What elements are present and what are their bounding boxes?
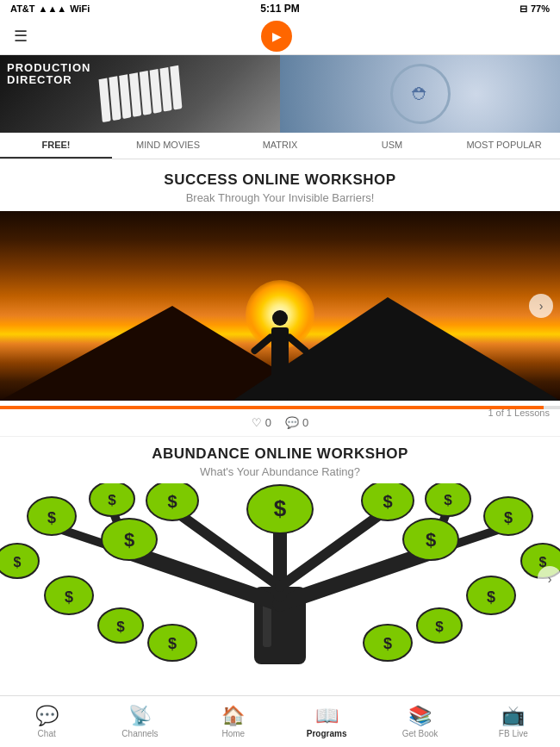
silhouette-leg-left xyxy=(272,375,280,401)
piano-keys-decoration xyxy=(98,65,182,122)
svg-line-2 xyxy=(129,552,280,604)
svg-text:$: $ xyxy=(168,635,177,652)
helmet-icon: ⛑ xyxy=(412,84,429,104)
svg-text:$: $ xyxy=(108,492,116,508)
bluetooth-icon: ⊟ xyxy=(520,3,527,15)
tab-mind-movies[interactable]: MIND MOVIES xyxy=(112,133,224,159)
status-bar: AT&T ▲▲▲ WiFi 5:11 PM ⊟ 77% xyxy=(0,0,560,17)
money-tree-illustration: $ $ $ $ $ $ $ $ $ $ $ $ $ $ $ xyxy=(0,483,560,673)
workshop2-title: Abundance Online Workshop xyxy=(0,445,560,463)
workshop1-header: SUCCESS ONLINE WORKSHOP Break Through Yo… xyxy=(0,159,560,211)
signal-icon: ▲▲▲ xyxy=(39,3,67,14)
progress-bar-bg xyxy=(0,406,560,409)
tab-usm[interactable]: USM xyxy=(336,133,448,159)
comment-icon: 💬 xyxy=(285,416,299,429)
home-label: Home xyxy=(221,729,245,738)
svg-text:$: $ xyxy=(274,495,287,521)
slideshow-next-arrow[interactable]: › xyxy=(529,294,553,318)
workshop1-title: SUCCESS ONLINE WORKSHOP xyxy=(0,171,560,189)
category-tabs: FREE! MIND MOVIES MATRIX USM MOST POPULA… xyxy=(0,133,560,159)
chat-icon: 💬 xyxy=(35,705,59,727)
chat-label: Chat xyxy=(38,729,56,738)
tab-usm-label: USM xyxy=(382,140,402,150)
channels-label: Channels xyxy=(121,729,158,738)
workshop2-subtitle: What's Your Abundance Rating? xyxy=(0,465,560,478)
svg-text:$: $ xyxy=(426,529,436,551)
progress-label: 1 of 1 Lessons xyxy=(488,408,550,418)
svg-text:$: $ xyxy=(167,492,177,511)
tab-matrix-label: MATRIX xyxy=(263,140,298,150)
svg-text:$: $ xyxy=(487,588,495,606)
svg-text:$: $ xyxy=(504,509,513,526)
nav-bar: ☰ ▶ xyxy=(0,17,560,55)
fb-live-label: FB Live xyxy=(499,729,528,738)
status-right: ⊟ 77% xyxy=(520,3,550,15)
svg-text:$: $ xyxy=(383,635,392,652)
play-icon: ▶ xyxy=(272,29,282,43)
hero-banner-inner: PRODUCTION DIRECTOR ⛑ xyxy=(0,55,560,133)
hero-left-panel: PRODUCTION DIRECTOR xyxy=(0,55,280,133)
person-silhouette xyxy=(271,310,289,375)
bottom-nav: 💬 Chat 📡 Channels 🏠 Home 📖 Programs 📚 Ge… xyxy=(0,695,560,747)
hero-text-line2: DIRECTOR xyxy=(7,74,90,86)
progress-bar-fill xyxy=(0,406,544,409)
progress-container: 1 of 1 Lessons xyxy=(0,401,560,409)
get-book-label: Get Book xyxy=(402,729,439,738)
svg-text:$: $ xyxy=(47,509,56,526)
reaction-row: ♡ 0 💬 0 xyxy=(0,409,560,436)
fb-live-icon: 📺 xyxy=(501,705,525,727)
comment-count: 0 xyxy=(302,416,308,429)
programs-icon: 📖 xyxy=(315,705,339,727)
tab-most-popular-label: MOST POPULAR xyxy=(466,140,541,150)
hamburger-menu-icon[interactable]: ☰ xyxy=(14,27,28,46)
svg-text:$: $ xyxy=(116,619,125,635)
hero-right-panel: ⛑ xyxy=(280,55,560,133)
battery-label: 77% xyxy=(531,3,550,14)
tab-matrix[interactable]: MATRIX xyxy=(224,133,336,159)
nav-item-programs[interactable]: 📖 Programs xyxy=(280,705,373,738)
nav-item-get-book[interactable]: 📚 Get Book xyxy=(373,705,466,738)
hero-text-line1: PRODUCTION xyxy=(7,62,90,74)
heart-icon: ♡ xyxy=(252,416,262,429)
svg-text:$: $ xyxy=(14,555,22,570)
silhouette-head xyxy=(272,310,288,326)
comment-reaction[interactable]: 💬 0 xyxy=(285,416,308,429)
get-book-icon: 📚 xyxy=(408,705,432,727)
slideshow: › xyxy=(0,211,560,401)
status-left: AT&T ▲▲▲ WiFi xyxy=(10,3,90,14)
svg-text:$: $ xyxy=(383,492,392,511)
workshop2-header: Abundance Online Workshop What's Your Ab… xyxy=(0,436,560,483)
tab-free[interactable]: FREE! xyxy=(0,133,112,159)
carrier-label: AT&T xyxy=(10,3,35,14)
app-logo[interactable]: ▶ xyxy=(261,21,292,52)
hero-text-overlay: PRODUCTION DIRECTOR xyxy=(7,62,90,87)
nav-item-chat[interactable]: 💬 Chat xyxy=(0,705,93,738)
wifi-icon: WiFi xyxy=(70,3,90,14)
svg-text:$: $ xyxy=(444,492,452,508)
like-count: 0 xyxy=(265,416,271,429)
tab-mind-movies-label: MIND MOVIES xyxy=(136,140,200,150)
svg-text:$: $ xyxy=(124,529,134,551)
nav-item-channels[interactable]: 📡 Channels xyxy=(93,705,186,738)
channels-icon: 📡 xyxy=(128,705,152,727)
silhouette-leg-right xyxy=(280,375,288,401)
tab-free-label: FREE! xyxy=(42,140,71,150)
nav-item-home[interactable]: 🏠 Home xyxy=(187,705,280,738)
money-tree-svg: $ $ $ $ $ $ $ $ $ $ $ $ $ $ $ xyxy=(0,483,560,673)
svg-text:›: › xyxy=(548,572,552,586)
slideshow-image xyxy=(0,211,560,401)
svg-text:$: $ xyxy=(435,619,444,635)
svg-line-3 xyxy=(280,552,431,604)
status-time: 5:11 PM xyxy=(260,3,299,15)
nav-item-fb-live[interactable]: 📺 FB Live xyxy=(467,705,560,738)
hero-banner: PRODUCTION DIRECTOR ⛑ xyxy=(0,55,560,133)
hero-circle-decoration: ⛑ xyxy=(390,64,451,124)
workshop1-subtitle: Break Through Your Invisible Barriers! xyxy=(0,191,560,204)
svg-rect-1 xyxy=(263,604,271,647)
tab-most-popular[interactable]: MOST POPULAR xyxy=(448,133,560,159)
programs-label: Programs xyxy=(307,729,347,738)
svg-text:$: $ xyxy=(65,588,73,606)
silhouette-body xyxy=(271,327,289,375)
like-reaction[interactable]: ♡ 0 xyxy=(252,416,271,429)
home-icon: 🏠 xyxy=(221,705,245,727)
